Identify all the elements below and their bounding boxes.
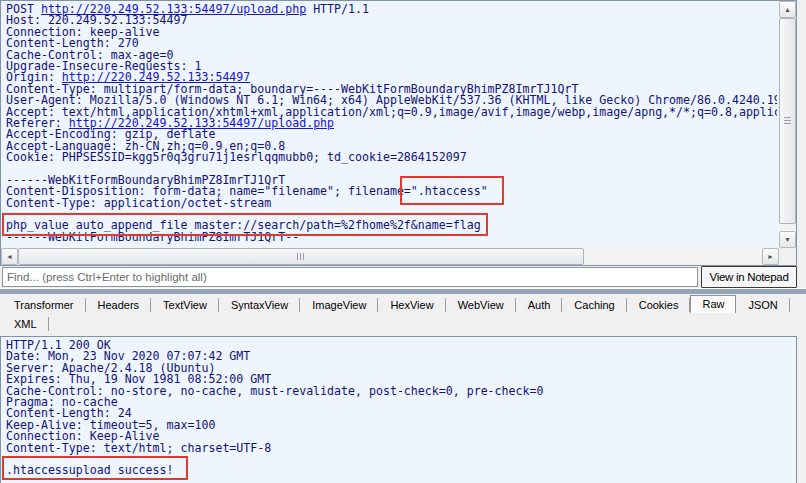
find-bar: View in Notepad bbox=[0, 266, 806, 288]
inspector-tabs-row1: TransformerHeadersTextViewSyntaxViewImag… bbox=[0, 294, 806, 313]
raw-line: Content-Type: text/html; charset=UTF-8 bbox=[6, 443, 794, 454]
tab-xml[interactable]: XML bbox=[2, 315, 49, 332]
raw-line: Content-Type: application/octet-stream bbox=[6, 198, 777, 209]
raw-line: Cache-Control: no-store, no-cache, must-… bbox=[6, 386, 794, 397]
raw-line: Cookie: PHPSESSID=kgg5r0q3gru71j1esrlqqm… bbox=[6, 152, 777, 163]
tab-webview[interactable]: WebView bbox=[446, 296, 516, 313]
scroll-left-icon[interactable]: ◄ bbox=[1, 248, 18, 265]
raw-line: .htaccessupload success! bbox=[6, 465, 794, 476]
tab-syntaxview[interactable]: SyntaxView bbox=[219, 296, 300, 313]
response-raw-text[interactable]: HTTP/1.1 200 OKDate: Mon, 23 Nov 2020 07… bbox=[2, 338, 794, 481]
tab-imageview[interactable]: ImageView bbox=[300, 296, 378, 313]
find-input[interactable] bbox=[2, 267, 698, 287]
response-pane[interactable]: HTTP/1.1 200 OKDate: Mon, 23 Nov 2020 07… bbox=[0, 336, 797, 483]
inspector-tab-strip: TransformerHeadersTextViewSyntaxViewImag… bbox=[0, 294, 806, 336]
horizontal-scroll-thumb[interactable] bbox=[18, 248, 584, 265]
tab-json[interactable]: JSON bbox=[736, 296, 789, 313]
request-horizontal-scrollbar[interactable]: ◄ ► bbox=[1, 248, 779, 265]
scroll-up-icon[interactable]: ▲ bbox=[779, 1, 796, 18]
request-pane[interactable]: POST http://220.249.52.133:54497/upload.… bbox=[0, 0, 797, 266]
tab-raw[interactable]: Raw bbox=[690, 295, 736, 313]
tab-transformer[interactable]: Transformer bbox=[2, 296, 86, 313]
scrollbar-corner bbox=[779, 248, 796, 265]
vertical-scroll-thumb[interactable] bbox=[779, 18, 796, 224]
scroll-right-icon[interactable]: ► bbox=[762, 248, 779, 265]
raw-line: ------WebKitFormBoundaryBhimPZ8ImrTJ1QrT… bbox=[6, 232, 777, 243]
tab-cookies[interactable]: Cookies bbox=[627, 296, 691, 313]
view-in-notepad-button[interactable]: View in Notepad bbox=[701, 266, 797, 288]
tab-headers[interactable]: Headers bbox=[86, 296, 152, 313]
inspector-tabs-row2: XML bbox=[0, 313, 806, 332]
request-raw-text[interactable]: POST http://220.249.52.133:54497/upload.… bbox=[2, 2, 777, 246]
tab-auth[interactable]: Auth bbox=[516, 296, 563, 313]
tab-textview[interactable]: TextView bbox=[151, 296, 219, 313]
request-vertical-scrollbar[interactable]: ▲ ▼ bbox=[779, 1, 796, 248]
tab-hexview[interactable]: HexView bbox=[378, 296, 445, 313]
scroll-down-icon[interactable]: ▼ bbox=[779, 231, 796, 248]
tab-caching[interactable]: Caching bbox=[562, 296, 626, 313]
